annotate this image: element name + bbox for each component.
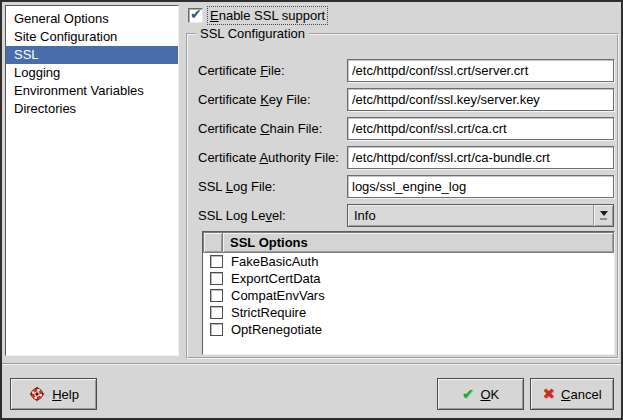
vhost-properties-window: General Options Site Configuration SSL L… bbox=[0, 0, 623, 420]
ssl-log-file-input[interactable] bbox=[347, 175, 614, 198]
option-label: ExportCertData bbox=[231, 271, 321, 286]
ssl-log-file-label: SSL Log File: bbox=[198, 175, 276, 198]
help-lifebuoy-icon bbox=[28, 385, 46, 403]
category-list: General Options Site Configuration SSL L… bbox=[5, 5, 179, 356]
certificate-authority-file-label: Certificate Authority File: bbox=[198, 146, 339, 169]
table-row[interactable]: OptRenegotiate bbox=[203, 321, 614, 338]
optrenegotiate-checkbox[interactable] bbox=[210, 323, 223, 336]
compatenvvars-checkbox[interactable] bbox=[210, 289, 223, 302]
sidebar-item-logging[interactable]: Logging bbox=[6, 64, 178, 82]
frame-title: SSL Configuration bbox=[196, 26, 309, 41]
enable-ssl-label[interactable]: Enable SSL support bbox=[207, 6, 328, 25]
dropdown-dash-icon bbox=[600, 218, 607, 220]
ssl-options-table: SSL Options FakeBasicAuth ExportCertData… bbox=[202, 231, 615, 355]
ok-button[interactable]: ✔ OK bbox=[437, 378, 524, 410]
option-label: StrictRequire bbox=[231, 305, 306, 320]
certificate-authority-file-input[interactable] bbox=[347, 146, 614, 169]
sidebar-item-general-options[interactable]: General Options bbox=[6, 10, 178, 28]
option-label: CompatEnvVars bbox=[231, 288, 325, 303]
ssl-log-level-dropdown[interactable]: Info bbox=[347, 204, 614, 227]
sidebar-item-environment-variables[interactable]: Environment Variables bbox=[6, 82, 178, 100]
chevron-down-icon bbox=[600, 211, 608, 216]
certificate-chain-file-input[interactable] bbox=[347, 117, 614, 140]
sidebar-item-site-configuration[interactable]: Site Configuration bbox=[6, 28, 178, 46]
checkmark-icon: ✔ bbox=[190, 6, 202, 22]
ssl-configuration-frame: SSL Configuration Certificate File: Cert… bbox=[186, 33, 619, 359]
certificate-key-file-label: Certificate Key File: bbox=[198, 88, 311, 111]
ok-button-label: OK bbox=[480, 387, 499, 402]
table-row[interactable]: StrictRequire bbox=[203, 304, 614, 321]
option-label: FakeBasicAuth bbox=[231, 254, 318, 269]
certificate-chain-file-label: Certificate Chain File: bbox=[198, 117, 322, 140]
sidebar-item-directories[interactable]: Directories bbox=[6, 100, 178, 118]
certificate-key-file-input[interactable] bbox=[347, 88, 614, 111]
fakebasicauth-checkbox[interactable] bbox=[210, 255, 223, 268]
ssl-log-level-label: SSL Log Level: bbox=[198, 204, 286, 227]
certificate-file-input[interactable] bbox=[347, 59, 614, 82]
ssl-options-column-header[interactable]: SSL Options bbox=[222, 232, 614, 253]
exportcertdata-checkbox[interactable] bbox=[210, 272, 223, 285]
ssl-log-level-value: Info bbox=[348, 208, 593, 223]
cancel-button-label: Cancel bbox=[561, 387, 601, 402]
table-row[interactable]: FakeBasicAuth bbox=[203, 253, 614, 270]
help-button-label: Help bbox=[52, 387, 79, 402]
strictrequire-checkbox[interactable] bbox=[210, 306, 223, 319]
cancel-x-icon: ✖ bbox=[542, 385, 555, 403]
table-row[interactable]: CompatEnvVars bbox=[203, 287, 614, 304]
certificate-file-label: Certificate File: bbox=[198, 59, 285, 82]
checkbox-column-header[interactable] bbox=[203, 232, 223, 253]
help-button[interactable]: Help bbox=[10, 378, 97, 410]
option-label: OptRenegotiate bbox=[231, 322, 322, 337]
enable-ssl-row: ✔ Enable SSL support bbox=[188, 6, 328, 25]
enable-ssl-checkbox[interactable]: ✔ bbox=[188, 8, 203, 23]
table-row[interactable]: ExportCertData bbox=[203, 270, 614, 287]
ssl-options-table-header: SSL Options bbox=[203, 232, 614, 253]
sidebar-item-ssl[interactable]: SSL bbox=[6, 46, 178, 64]
ok-check-icon: ✔ bbox=[462, 385, 475, 403]
cancel-button[interactable]: ✖ Cancel bbox=[530, 378, 614, 410]
bottom-separator bbox=[2, 363, 621, 365]
dropdown-arrow-zone bbox=[593, 205, 613, 226]
